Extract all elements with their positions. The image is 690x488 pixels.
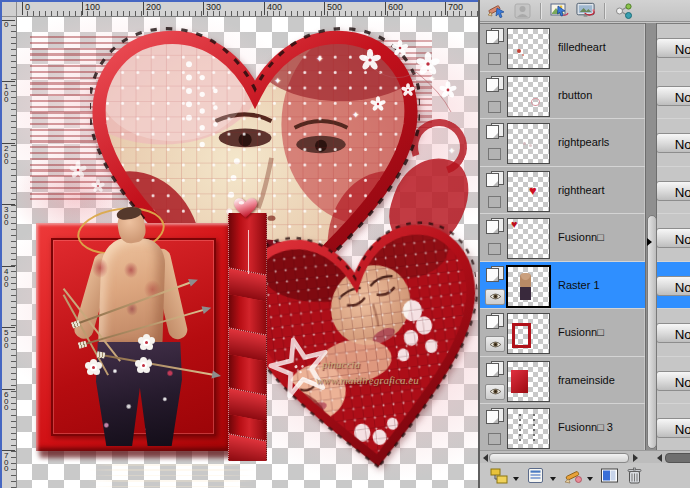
new-mask-icon[interactable]	[599, 466, 620, 486]
scrollbar-thumb[interactable]	[665, 453, 690, 463]
layer-group-icon	[486, 408, 504, 424]
layer-thumbnail[interactable]	[507, 28, 550, 69]
blend-mode-button[interactable]: Norm	[656, 371, 690, 391]
new-layer-group-icon[interactable]	[525, 466, 546, 486]
ruler-tick	[143, 2, 144, 15]
ruler-tick	[445, 2, 446, 15]
visibility-eye-icon[interactable]	[485, 336, 505, 352]
scrollbar-track[interactable]	[489, 453, 629, 463]
pin-line	[248, 230, 249, 274]
heart-pin	[234, 198, 257, 219]
ruler-label: 100	[85, 2, 100, 12]
blend-mode-button[interactable]: Norm	[656, 276, 690, 296]
bottom-quote-texture	[88, 464, 256, 488]
visibility-box-icon[interactable]	[488, 101, 501, 113]
scrollbar-thumb[interactable]	[647, 215, 657, 449]
blend-mode-button[interactable]: Norm	[656, 323, 690, 343]
layer-thumbnail[interactable]	[506, 265, 551, 308]
layer-row-rbutton[interactable]: rbutton Norm	[480, 72, 690, 120]
visibility-box-icon[interactable]	[488, 53, 501, 65]
toolbar-separator	[604, 3, 606, 19]
visibility-eye-icon[interactable]	[485, 289, 505, 305]
layer-row-fusion-2[interactable]: Fusionn□ Norm	[480, 309, 690, 357]
scroll-left-icon[interactable]	[657, 454, 662, 462]
layer-name: rightpearls	[558, 119, 609, 166]
blend-mode-button[interactable]: Norm	[656, 38, 690, 58]
vertical-ruler: 0 100 200 300 400 500 600 700	[2, 16, 17, 488]
panel-divider	[478, 0, 480, 488]
white-flower-cluster	[60, 152, 116, 208]
layer-row-fusion-3[interactable]: Fusionn□ 3 Norm	[480, 404, 690, 451]
image-export-icon[interactable]	[550, 2, 570, 20]
palette-toolbar	[480, 0, 690, 22]
layer-name: frameinside	[558, 357, 615, 404]
ruler-label: 500	[4, 330, 11, 350]
layers-bottom-toolbar	[480, 463, 690, 488]
visibility-eye-icon[interactable]	[485, 384, 505, 400]
scroll-left-icon[interactable]	[483, 454, 488, 462]
watermark-url: www.maidiregrafica.eu	[316, 374, 419, 386]
layer-name: rightheart	[558, 167, 604, 214]
ruler-tick	[22, 2, 23, 15]
ruler-tick	[324, 2, 325, 15]
white-flower	[143, 339, 150, 346]
blend-mode-button[interactable]: Norm	[656, 181, 690, 201]
ruler-label: 200	[146, 2, 161, 12]
splitter-arrow-icon[interactable]	[647, 238, 652, 246]
delete-layer-icon[interactable]	[624, 466, 645, 486]
scroll-right-icon[interactable]	[633, 454, 638, 462]
layers-horizontal-scrollbar[interactable]	[480, 450, 690, 464]
layers-vertical-scrollbar[interactable]	[645, 23, 657, 450]
edit-brush-arrow-icon[interactable]	[486, 2, 506, 20]
dropdown-arrow-icon[interactable]	[550, 477, 556, 481]
visibility-box-icon[interactable]	[488, 433, 501, 445]
ruler-tick	[82, 2, 83, 15]
rose-tattoo	[124, 262, 138, 278]
layer-thumbnail[interactable]	[507, 76, 550, 117]
layer-row-fusion-1[interactable]: ♥ Fusionn□ Norm	[480, 214, 690, 262]
white-flower	[140, 362, 147, 369]
user-disabled-icon[interactable]	[512, 2, 532, 20]
ruler-label: 0	[25, 2, 30, 12]
layer-group-icon	[486, 266, 504, 282]
layer-thumbnail[interactable]	[507, 361, 550, 402]
layer-row-frameinside[interactable]: frameinside Norm	[480, 357, 690, 405]
app-window: 0 100 200 300 400 500 600 700 0 100 200 …	[0, 0, 690, 488]
ruler-label: 300	[4, 207, 11, 227]
blend-mode-button[interactable]: Norm	[656, 133, 690, 153]
blend-mode-button[interactable]: Norm	[656, 418, 690, 438]
layer-row-rightheart[interactable]: ♥ rightheart Norm	[480, 167, 690, 215]
visibility-box-icon[interactable]	[488, 148, 501, 160]
image-canvas[interactable]: ✦ ✦ ✦ ✦ ✦	[16, 16, 478, 488]
layer-thumbnail[interactable]: ♥	[507, 171, 550, 212]
blend-mode-button[interactable]: Norm	[656, 228, 690, 248]
screen-preview-icon[interactable]	[576, 2, 596, 20]
edit-layer-icon[interactable]	[562, 466, 583, 486]
layer-group-icon	[486, 361, 504, 377]
toolbar-separator	[540, 3, 542, 19]
ruler-tick	[264, 2, 265, 15]
layer-row-filledheart[interactable]: filledheart Norm	[480, 24, 690, 72]
layer-row-rightpearls[interactable]: rightpearls Norm	[480, 119, 690, 167]
layer-row-raster-1-selected[interactable]: Raster 1 Norm	[480, 262, 690, 310]
sparkle-icon: ✦	[352, 110, 360, 120]
layer-name: Fusionn□	[558, 214, 604, 261]
white-flower-cluster	[346, 32, 466, 136]
dropdown-arrow-icon[interactable]	[587, 477, 593, 481]
share-nodes-icon[interactable]	[614, 2, 634, 20]
ruler-minor-ticks	[11, 20, 16, 488]
visibility-box-icon[interactable]	[488, 196, 501, 208]
sparkle-icon: ✦	[274, 76, 282, 86]
layer-thumbnail[interactable]	[507, 123, 550, 164]
layer-thumbnail[interactable]	[507, 313, 550, 354]
ruler-label: 600	[4, 392, 11, 412]
layer-group-icon	[486, 171, 504, 187]
new-layer-icon[interactable]	[488, 466, 509, 486]
dropdown-arrow-icon[interactable]	[513, 477, 519, 481]
ruler-label: 500	[327, 2, 342, 12]
visibility-box-icon[interactable]	[488, 243, 501, 255]
layer-thumbnail[interactable]: ♥	[507, 218, 550, 259]
window-border	[0, 0, 478, 2]
layer-thumbnail[interactable]	[507, 408, 550, 449]
blend-mode-button[interactable]: Norm	[656, 86, 690, 106]
